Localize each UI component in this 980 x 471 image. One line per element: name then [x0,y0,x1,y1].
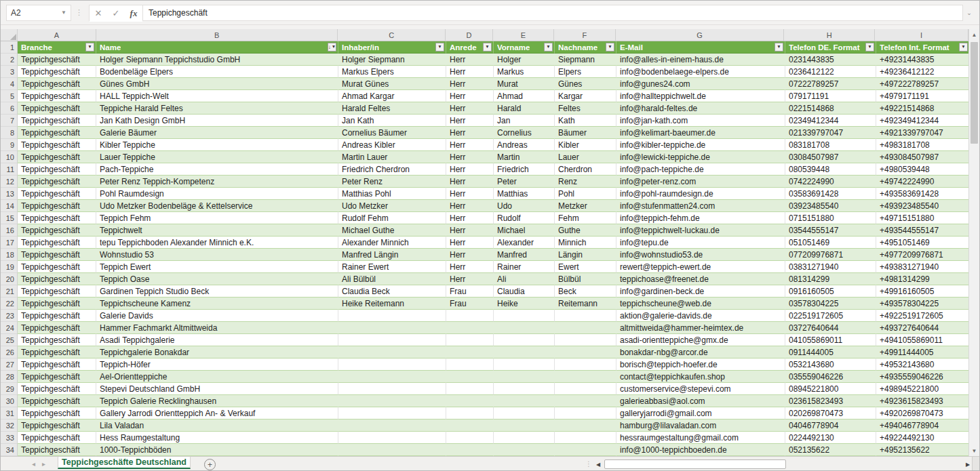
grid-cell[interactable]: Teppichgeschäft [18,188,96,200]
grid-cell[interactable]: Metzker [555,200,616,212]
table-header-cell[interactable]: Name↓▼ [96,41,338,54]
grid-cell[interactable]: 035559046226 [785,371,876,383]
grid-cell[interactable]: Herr [446,78,494,90]
grid-cell[interactable]: 0916160505 [785,285,876,298]
grid-cell[interactable] [446,383,494,395]
grid-cell[interactable]: Holger Siepmann Teppichstudio GmbH [96,54,338,66]
grid-cell[interactable]: Teppichgeschäft [18,237,96,249]
grid-cell[interactable]: 0715151880 [785,212,876,224]
grid-cell[interactable]: Teppichgeschäft [18,334,96,346]
row-number[interactable]: 34 [1,444,18,456]
cell-name-box[interactable]: A2 ▼ [6,5,71,21]
grid-cell[interactable]: 0532143680 [785,359,876,371]
grid-cell[interactable]: +493084507987 [876,151,970,163]
grid-cell[interactable]: +4921339797047 [876,127,970,139]
grid-cell[interactable]: info@kibler-teppiche.de [616,139,785,151]
formula-bar-drag-handle[interactable]: ⋮ [75,8,83,17]
grid-cell[interactable]: 03923485540 [785,200,876,212]
grid-cell[interactable]: Teppich-Höfer [96,359,338,371]
row-number[interactable]: 8 [1,127,18,139]
grid-cell[interactable]: rewert@teppich-ewert.de [616,261,785,273]
grid-cell[interactable]: 03578304225 [785,298,876,310]
grid-cell[interactable]: galerieabbasi@aol.com [616,395,785,407]
row-number[interactable]: 22 [1,298,18,310]
grid-cell[interactable] [555,322,616,334]
grid-cell[interactable]: info@peter-renz.com [616,176,785,188]
grid-cell[interactable]: Kargar [555,90,616,102]
grid-cell[interactable]: +4922519172605 [876,310,970,322]
grid-cell[interactable]: info@tepu.de [616,237,785,249]
grid-cell[interactable]: Reitemann [555,298,616,310]
grid-cell[interactable]: hessraumgestaltung@gmail.com [616,432,785,444]
grid-cell[interactable]: Herr [446,188,494,200]
grid-cell[interactable]: Teppichgeschäft [18,346,96,359]
grid-cell[interactable]: Günes GmbH [96,78,338,90]
grid-cell[interactable]: Peter Renz Teppich-Kompetenz [96,176,338,188]
grid-cell[interactable] [555,419,616,432]
grid-cell[interactable] [555,383,616,395]
filter-dropdown-icon[interactable]: ▼ [85,43,94,52]
grid-cell[interactable]: +497222789257 [876,78,970,90]
grid-cell[interactable]: Herr [446,176,494,188]
grid-cell[interactable]: Asadi Teppichgalerie [96,334,338,346]
grid-cell[interactable] [446,419,494,432]
grid-cell[interactable]: teppichscheune@web.de [616,298,785,310]
grid-cell[interactable] [494,322,555,334]
grid-cell[interactable]: info@teppichwelt-luckau.de [616,224,785,237]
grid-cell[interactable]: Hammer Fachmarkt Altmittweida [96,322,338,334]
grid-cell[interactable]: Längin [555,249,616,261]
row-number[interactable]: 14 [1,200,18,212]
grid-cell[interactable] [494,346,555,359]
grid-cell[interactable]: tepu Teppichboden Alexander Minnich e.K. [96,237,338,249]
grid-cell[interactable]: +493583691428 [876,188,970,200]
grid-cell[interactable]: Teppichgeschäft [18,54,96,66]
scroll-up-icon[interactable]: ▲ [969,29,979,40]
grid-cell[interactable]: +493578304225 [876,298,970,310]
table-header-cell[interactable]: E-Mail▼ [616,41,785,54]
grid-cell[interactable]: Beck [555,285,616,298]
grid-cell[interactable]: Herr [446,90,494,102]
hscroll-resize-handle[interactable]: ⋮ [585,457,592,470]
grid-cell[interactable]: 0742224990 [785,176,876,188]
grid-cell[interactable]: Herr [446,261,494,273]
grid-cell[interactable]: bonakdar-nbg@arcor.de [616,346,785,359]
grid-cell[interactable]: +4941055869011 [876,334,970,346]
grid-cell[interactable]: Herr [446,237,494,249]
grid-cell[interactable] [555,334,616,346]
grid-cell[interactable]: 03831271940 [785,261,876,273]
grid-cell[interactable]: +49742224990 [876,176,970,188]
row-number[interactable]: 21 [1,285,18,298]
grid-cell[interactable]: +4980539448 [876,163,970,176]
grid-cell[interactable]: Teppichgeschäft [18,115,96,127]
grid-cell[interactable]: Ali [494,273,555,285]
grid-cell[interactable]: +493544555147 [876,224,970,237]
row-number[interactable]: 1 [1,41,18,54]
grid-cell[interactable]: +49224492130 [876,432,970,444]
grid-cell[interactable]: Manfred Längin [338,249,446,261]
grid-cell[interactable]: Markus Elpers [338,66,446,78]
grid-cell[interactable]: Murat [494,78,555,90]
enter-icon[interactable]: ✓ [107,5,125,22]
grid-cell[interactable]: Rudolf Fehm [338,212,446,224]
select-all-corner[interactable] [1,29,18,41]
grid-cell[interactable]: Teppichgeschäft [18,261,96,273]
grid-cell[interactable]: asadi-orientteppiche@gmx.de [616,334,785,346]
grid-cell[interactable]: +4979171191 [876,90,970,102]
grid-cell[interactable]: 051051469 [785,237,876,249]
grid-cell[interactable]: +49715151880 [876,212,970,224]
grid-cell[interactable]: Michael [494,224,555,237]
grid-cell[interactable]: Herr [446,115,494,127]
grid-cell[interactable] [446,359,494,371]
row-number[interactable]: 24 [1,322,18,334]
grid-cell[interactable]: Teppichgeschäft [18,66,96,78]
grid-cell[interactable] [494,371,555,383]
grid-cell[interactable]: Bülbül [555,273,616,285]
grid-cell[interactable]: Herr [446,212,494,224]
vertical-scrollbar[interactable]: ▲ ▼ [968,29,979,456]
row-number[interactable]: 6 [1,102,18,115]
grid-cell[interactable]: Ahmad [494,90,555,102]
grid-cell[interactable]: Teppichgalerie Bonakdar [96,346,338,359]
grid-cell[interactable]: 07222789257 [785,78,876,90]
grid-cell[interactable]: Matthias [494,188,555,200]
grid-cell[interactable]: Teppiche Harald Feltes [96,102,338,115]
